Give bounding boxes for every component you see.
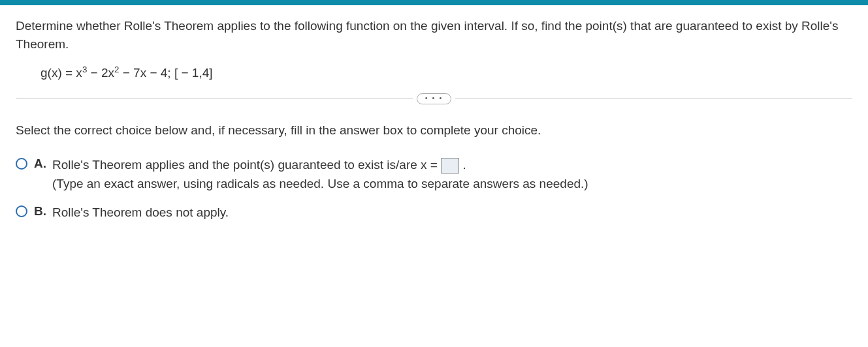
choice-a-body: Rolle's Theorem applies and the point(s)…	[52, 155, 852, 194]
choice-b-body: Rolle's Theorem does not apply.	[52, 203, 852, 222]
function-formula: g(x) = x3 − 2x2 − 7x − 4; [ − 1,4]	[16, 65, 852, 80]
choice-b-text: Rolle's Theorem does not apply.	[52, 205, 229, 219]
top-accent-bar	[0, 0, 868, 5]
formula-part: − 2x	[87, 66, 114, 80]
question-prompt: Determine whether Rolle's Theorem applie…	[16, 17, 852, 53]
formula-part: g(x) = x	[40, 66, 82, 80]
divider-line-right	[455, 98, 852, 99]
section-divider: • • •	[16, 93, 852, 104]
content-area: Determine whether Rolle's Theorem applie…	[0, 5, 868, 244]
choice-a-radio[interactable]	[16, 158, 27, 170]
choice-a-text-pre: Rolle's Theorem applies and the point(s)…	[52, 158, 441, 172]
divider-line-left	[16, 98, 413, 99]
formula-part: − 7x − 4; [ − 1,4]	[119, 66, 212, 80]
choice-b-radio[interactable]	[16, 205, 27, 217]
expand-toggle[interactable]: • • •	[417, 93, 452, 104]
answer-input-a[interactable]	[441, 158, 459, 174]
choice-b-row: B. Rolle's Theorem does not apply.	[16, 203, 852, 222]
answer-instruction: Select the correct choice below and, if …	[16, 121, 852, 140]
choice-a-letter: A.	[34, 155, 52, 171]
choice-b-letter: B.	[34, 203, 52, 219]
choice-a-text-post: .	[459, 158, 466, 172]
choice-a-row: A. Rolle's Theorem applies and the point…	[16, 155, 852, 194]
choice-a-hint: (Type an exact answer, using radicals as…	[52, 177, 588, 190]
